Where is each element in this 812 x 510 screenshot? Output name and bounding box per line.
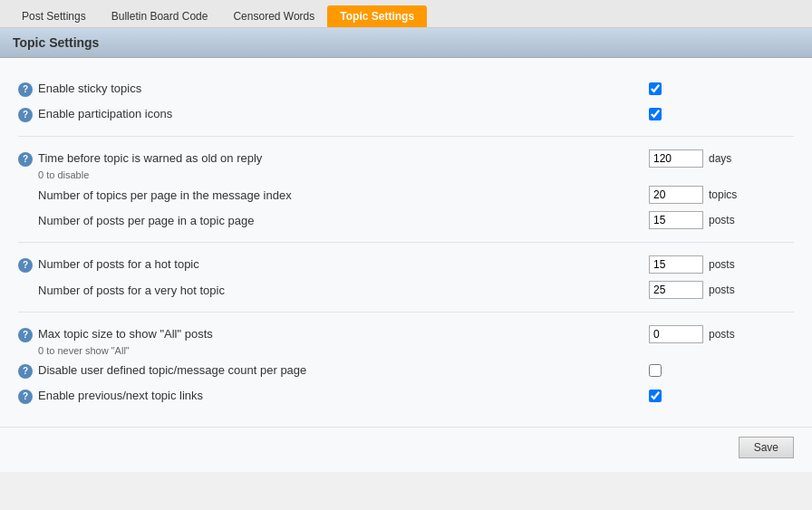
- checkbox-sticky-topics[interactable]: [649, 82, 662, 95]
- note-max-topic-size: 0 to never show "All": [18, 345, 794, 356]
- row-enable-participation-icons: ? Enable participation icons: [18, 101, 794, 127]
- row-topics-per-page: Number of topics per page in the message…: [18, 182, 794, 207]
- unit-time-before-warned: days: [709, 152, 731, 165]
- unit-posts-per-page: posts: [709, 214, 735, 226]
- label-text-very-hot-topic-posts: Number of posts for a very hot topic: [18, 284, 225, 297]
- input-very-hot-topic-posts[interactable]: [649, 281, 703, 299]
- label-very-hot-topic-posts: Number of posts for a very hot topic: [18, 284, 649, 297]
- checkbox-prev-next-links[interactable]: [649, 390, 662, 402]
- save-row: Save: [0, 427, 812, 472]
- help-icon-time-before-warned[interactable]: ?: [18, 152, 33, 167]
- control-participation-icons: [649, 108, 794, 120]
- control-prev-next-links: [649, 390, 794, 402]
- save-button[interactable]: Save: [739, 437, 794, 458]
- row-max-topic-size: ? Max topic size to show "All" posts pos…: [18, 322, 794, 347]
- control-max-topic-size: posts: [649, 325, 794, 343]
- label-text-posts-per-page: Number of posts per page in a topic page: [18, 214, 254, 227]
- control-time-before-warned: days: [649, 149, 794, 168]
- control-very-hot-topic-posts: posts: [649, 281, 794, 299]
- tab-bar: Post Settings Bulletin Board Code Censor…: [0, 0, 812, 28]
- label-text-max-topic-size: Max topic size to show "All" posts: [38, 327, 213, 341]
- input-time-before-warned[interactable]: [649, 149, 703, 168]
- unit-very-hot-topic-posts: posts: [709, 284, 735, 296]
- label-text-hot-topic-posts: Number of posts for a hot topic: [38, 257, 199, 271]
- label-disable-user-count: ? Disable user defined topic/message cou…: [18, 363, 649, 379]
- help-icon-sticky-topics[interactable]: ?: [18, 82, 33, 97]
- note-time-before-warned: 0 to disable: [18, 169, 794, 180]
- help-icon-disable-user-count[interactable]: ?: [18, 364, 33, 379]
- tab-bulletin-board-code[interactable]: Bulletin Board Code: [99, 5, 221, 27]
- label-text-topics-per-page: Number of topics per page in the message…: [18, 188, 292, 202]
- help-icon-max-topic-size[interactable]: ?: [18, 328, 33, 342]
- row-enable-sticky-topics: ? Enable sticky topics: [18, 76, 794, 101]
- group-1: ? Enable sticky topics ? Enable particip…: [18, 67, 794, 137]
- control-sticky-topics: [649, 82, 794, 95]
- input-max-topic-size[interactable]: [649, 325, 703, 343]
- control-hot-topic-posts: posts: [649, 255, 794, 274]
- row-posts-per-page: Number of posts per page in a topic page…: [18, 207, 794, 233]
- control-topics-per-page: topics: [649, 186, 794, 204]
- label-time-before-warned: ? Time before topic is warned as old on …: [18, 151, 649, 167]
- unit-topics-per-page: topics: [709, 188, 737, 201]
- label-text-disable-user-count: Disable user defined topic/message count…: [38, 363, 306, 377]
- tab-post-settings[interactable]: Post Settings: [9, 5, 99, 27]
- label-text-participation-icons: Enable participation icons: [38, 107, 172, 120]
- input-posts-per-page[interactable]: [649, 211, 703, 229]
- row-very-hot-topic-posts: Number of posts for a very hot topic pos…: [18, 277, 794, 303]
- label-enable-participation-icons: ? Enable participation icons: [18, 107, 649, 122]
- section-title: Topic Settings: [13, 35, 99, 50]
- main-content: Topic Settings ? Enable sticky topics ? …: [0, 28, 812, 472]
- label-text-prev-next-links: Enable previous/next topic links: [38, 389, 203, 402]
- label-text-sticky-topics: Enable sticky topics: [38, 82, 141, 95]
- help-icon-prev-next-links[interactable]: ?: [18, 390, 33, 404]
- control-disable-user-count: [649, 364, 794, 377]
- checkbox-participation-icons[interactable]: [649, 108, 662, 120]
- tab-censored-words[interactable]: Censored Words: [220, 5, 327, 27]
- row-disable-user-count: ? Disable user defined topic/message cou…: [18, 358, 794, 383]
- input-hot-topic-posts[interactable]: [649, 255, 703, 274]
- label-topics-per-page: Number of topics per page in the message…: [18, 188, 649, 202]
- unit-max-topic-size: posts: [709, 328, 735, 341]
- label-text-time-before-warned: Time before topic is warned as old on re…: [38, 151, 262, 165]
- help-icon-hot-topic[interactable]: ?: [18, 258, 33, 273]
- label-posts-per-page: Number of posts per page in a topic page: [18, 214, 649, 227]
- label-max-topic-size: ? Max topic size to show "All" posts: [18, 327, 649, 342]
- input-topics-per-page[interactable]: [649, 186, 703, 204]
- label-enable-sticky-topics: ? Enable sticky topics: [18, 82, 649, 97]
- help-icon-participation-icons[interactable]: ?: [18, 108, 33, 122]
- row-time-before-warned: ? Time before topic is warned as old on …: [18, 146, 794, 171]
- tab-topic-settings[interactable]: Topic Settings: [327, 5, 427, 27]
- label-enable-prev-next-links: ? Enable previous/next topic links: [18, 389, 649, 404]
- settings-body: ? Enable sticky topics ? Enable particip…: [0, 58, 812, 427]
- row-enable-prev-next-links: ? Enable previous/next topic links: [18, 383, 794, 409]
- label-hot-topic-posts: ? Number of posts for a hot topic: [18, 257, 649, 273]
- group-3: ? Number of posts for a hot topic posts …: [18, 243, 794, 313]
- control-posts-per-page: posts: [649, 211, 794, 229]
- group-4: ? Max topic size to show "All" posts pos…: [18, 313, 794, 418]
- checkbox-disable-user-count[interactable]: [649, 364, 662, 377]
- group-2: ? Time before topic is warned as old on …: [18, 137, 794, 243]
- section-header: Topic Settings: [0, 28, 812, 58]
- row-hot-topic-posts: ? Number of posts for a hot topic posts: [18, 252, 794, 277]
- unit-hot-topic-posts: posts: [709, 258, 735, 271]
